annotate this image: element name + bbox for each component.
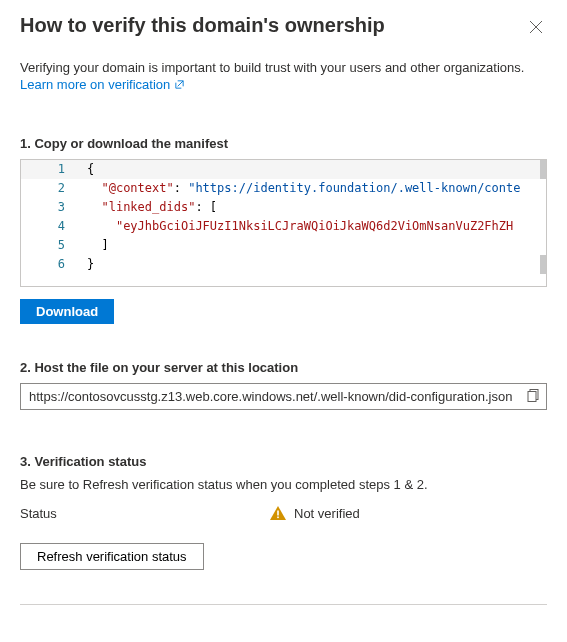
divider — [20, 604, 547, 605]
intro-text: Verifying your domain is important to bu… — [20, 60, 547, 75]
status-value: Not verified — [270, 506, 360, 521]
copy-icon — [527, 388, 540, 402]
status-text: Not verified — [294, 506, 360, 521]
step3-title: 3. Verification status — [20, 454, 547, 469]
status-label: Status — [20, 506, 270, 521]
host-url-value: https://contosovcusstg.z13.web.core.wind… — [29, 389, 512, 404]
warning-icon — [270, 506, 286, 521]
page-title: How to verify this domain's ownership — [20, 12, 385, 38]
svg-rect-2 — [277, 511, 279, 516]
manifest-code-block[interactable]: 1{ 2 "@context": "https://identity.found… — [20, 159, 547, 287]
copy-url-button[interactable] — [525, 386, 542, 407]
download-button[interactable]: Download — [20, 299, 114, 324]
step1-title: 1. Copy or download the manifest — [20, 136, 547, 151]
svg-rect-3 — [277, 517, 279, 519]
refresh-status-button[interactable]: Refresh verification status — [20, 543, 204, 570]
learn-more-link[interactable]: Learn more on verification — [20, 77, 185, 92]
step2-title: 2. Host the file on your server at this … — [20, 360, 547, 375]
learn-more-label: Learn more on verification — [20, 77, 170, 92]
external-link-icon — [174, 79, 185, 90]
host-url-field[interactable]: https://contosovcusstg.z13.web.core.wind… — [20, 383, 547, 410]
svg-rect-1 — [528, 391, 536, 401]
step3-hint: Be sure to Refresh verification status w… — [20, 477, 547, 492]
close-icon — [529, 20, 543, 34]
close-button[interactable] — [525, 16, 547, 41]
